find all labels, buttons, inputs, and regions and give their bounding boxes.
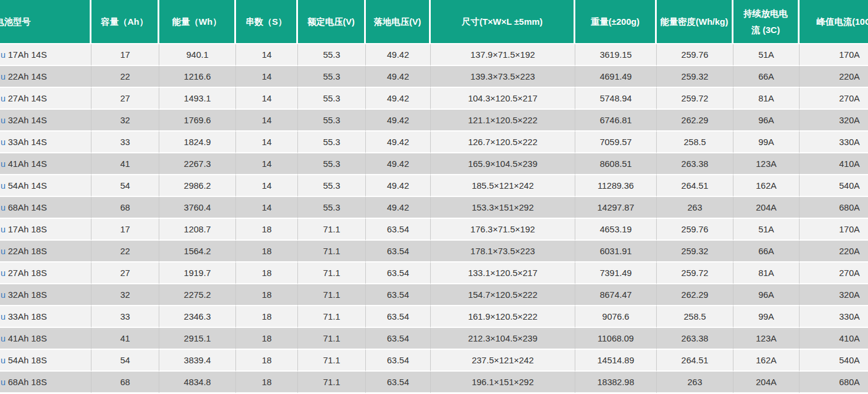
cell-peak_current: 540A: [800, 175, 868, 197]
cell-weight: 8608.51: [575, 153, 657, 175]
cell-series: 14: [236, 110, 298, 132]
table-row: u 22Ah 14S221216.61455.349.42139.3×73.5×…: [0, 66, 868, 88]
cell-rated_voltage: 71.1: [298, 284, 366, 306]
cell-model[interactable]: u 54Ah 18S: [0, 350, 91, 372]
model-cell-clip: u 22Ah 18S: [0, 246, 91, 256]
column-header-dimensions: 尺寸(T×W×L ±5mm): [431, 0, 575, 44]
cell-model[interactable]: u 68Ah 14S: [0, 197, 91, 219]
cell-cutoff_voltage: 49.42: [366, 44, 431, 66]
cell-capacity: 27: [91, 262, 159, 284]
cell-peak_current: 330A: [800, 132, 868, 153]
cell-model[interactable]: u 54Ah 14S: [0, 175, 91, 197]
table-row: u 17Ah 14S17940.11455.349.42137.9×71.5×1…: [0, 44, 868, 66]
model-cell-clip: u 41Ah 18S: [0, 333, 91, 343]
cell-dimensions: 121.1×120.5×222: [431, 110, 575, 132]
cell-energy: 2267.3: [159, 153, 236, 175]
cell-weight: 9076.6: [575, 306, 657, 328]
table-row: u 68Ah 14S683760.41455.349.42153.3×151×2…: [0, 197, 868, 219]
model-cell-clip: u 54Ah 14S: [0, 180, 91, 191]
cell-energy_density: 263: [657, 372, 733, 393]
cell-cutoff_voltage: 49.42: [366, 153, 431, 175]
cell-series: 18: [236, 372, 298, 393]
cell-energy: 1769.6: [159, 110, 236, 132]
model-cell-clip: u 27Ah 18S: [0, 268, 91, 278]
cell-model[interactable]: u 33Ah 18S: [0, 306, 91, 328]
cell-dimensions: 126.7×120.5×222: [431, 132, 575, 153]
cell-continuous_current: 162A: [733, 350, 800, 372]
cell-weight: 3619.15: [575, 44, 657, 66]
cell-energy_density: 264.51: [657, 175, 733, 197]
cell-capacity: 22: [91, 241, 159, 262]
cell-peak_current: 680A: [800, 372, 868, 393]
model-cell-clip: u 54Ah 18S: [0, 355, 91, 365]
cell-rated_voltage: 71.1: [298, 241, 366, 262]
cell-model[interactable]: u 17Ah 14S: [0, 44, 91, 66]
cell-energy: 2986.2: [159, 175, 236, 197]
cell-weight: 14514.89: [575, 350, 657, 372]
column-header-continuous_current: 持续放电电 流 (3C): [733, 0, 800, 44]
header-row: 电池型号容量（Ah）能量（Wh）串数（S）额定电压(V)落地电压(V)尺寸(T×…: [0, 0, 868, 44]
cell-weight: 7391.49: [575, 262, 657, 284]
cell-dimensions: 176.3×71.5×192: [431, 219, 575, 241]
model-name: 54Ah 18S: [5, 355, 47, 365]
model-cell-clip: u 33Ah 14S: [0, 137, 91, 147]
cell-model[interactable]: u 33Ah 14S: [0, 132, 91, 153]
cell-model[interactable]: u 41Ah 14S: [0, 153, 91, 175]
cell-energy_density: 264.51: [657, 350, 733, 372]
cell-model[interactable]: u 27Ah 18S: [0, 262, 91, 284]
cell-capacity: 68: [91, 372, 159, 393]
cell-model[interactable]: u 17Ah 18S: [0, 219, 91, 241]
model-cell-clip: u 32Ah 14S: [0, 115, 91, 125]
battery-spec-page: 电池型号容量（Ah）能量（Wh）串数（S）额定电压(V)落地电压(V)尺寸(T×…: [0, 0, 868, 394]
cell-capacity: 41: [91, 328, 159, 350]
column-header-capacity: 容量（Ah）: [91, 0, 159, 44]
model-cell-clip: u 32Ah 18S: [0, 290, 91, 300]
cell-model[interactable]: u 32Ah 14S: [0, 110, 91, 132]
model-cell-clip: u 17Ah 14S: [0, 50, 91, 60]
cell-rated_voltage: 55.3: [298, 132, 366, 153]
cell-capacity: 33: [91, 132, 159, 153]
model-name: 68Ah 18S: [5, 377, 47, 387]
cell-peak_current: 410A: [800, 328, 868, 350]
cell-energy_density: 263: [657, 197, 733, 219]
cell-dimensions: 137.9×71.5×192: [431, 44, 575, 66]
cell-rated_voltage: 55.3: [298, 44, 366, 66]
cell-weight: 4653.19: [575, 219, 657, 241]
model-name: 17Ah 18S: [5, 224, 47, 234]
table-row: u 54Ah 14S542986.21455.349.42185.5×121×2…: [0, 175, 868, 197]
cell-model[interactable]: u 32Ah 18S: [0, 284, 91, 306]
cell-peak_current: 410A: [800, 153, 868, 175]
table-row: u 22Ah 18S221564.21871.163.54178.1×73.5×…: [0, 241, 868, 262]
cell-energy: 3760.4: [159, 197, 236, 219]
cell-continuous_current: 96A: [733, 110, 800, 132]
cell-model[interactable]: u 22Ah 18S: [0, 241, 91, 262]
cell-energy: 1564.2: [159, 241, 236, 262]
column-header-rated_voltage: 额定电压(V): [298, 0, 366, 44]
cell-model[interactable]: u 22Ah 14S: [0, 66, 91, 88]
cell-model[interactable]: u 27Ah 14S: [0, 88, 91, 110]
cell-weight: 4691.49: [575, 66, 657, 88]
cell-rated_voltage: 55.3: [298, 175, 366, 197]
cell-energy: 940.1: [159, 44, 236, 66]
model-name: 33Ah 14S: [5, 137, 47, 147]
cell-model[interactable]: u 41Ah 18S: [0, 328, 91, 350]
cell-continuous_current: 51A: [733, 44, 800, 66]
cell-energy: 3839.4: [159, 350, 236, 372]
model-cell-clip: u 41Ah 14S: [0, 159, 91, 169]
battery-spec-table: 电池型号容量（Ah）能量（Wh）串数（S）额定电压(V)落地电压(V)尺寸(T×…: [0, 0, 868, 393]
cell-peak_current: 320A: [800, 110, 868, 132]
cell-rated_voltage: 55.3: [298, 66, 366, 88]
model-name: 32Ah 18S: [5, 290, 47, 300]
cell-model[interactable]: u 68Ah 18S: [0, 372, 91, 393]
cell-capacity: 54: [91, 350, 159, 372]
model-name: 22Ah 18S: [5, 246, 47, 256]
cell-energy_density: 259.76: [657, 219, 733, 241]
cell-continuous_current: 81A: [733, 88, 800, 110]
table-row: u 17Ah 18S171208.71871.163.54176.3×71.5×…: [0, 219, 868, 241]
cell-series: 14: [236, 88, 298, 110]
cell-cutoff_voltage: 63.54: [366, 219, 431, 241]
cell-weight: 6031.91: [575, 241, 657, 262]
cell-dimensions: 212.3×104.5×239: [431, 328, 575, 350]
cell-peak_current: 220A: [800, 241, 868, 262]
model-name: 27Ah 14S: [5, 93, 47, 103]
